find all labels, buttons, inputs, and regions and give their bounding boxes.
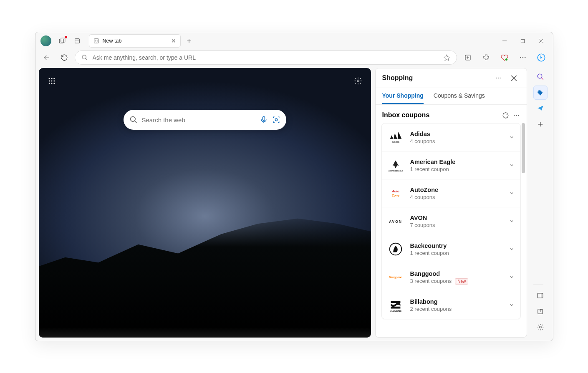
brand-logo: AVON [388,213,404,229]
refresh-coupons-icon[interactable] [502,112,509,119]
coupon-row[interactable]: Backcountry1 recent coupon [382,235,520,263]
panel-header: Shopping [376,68,527,88]
svg-rect-1 [61,38,65,42]
svg-point-32 [51,83,52,84]
brand-name: Backcountry [410,242,502,249]
maximize-button[interactable] [514,34,532,48]
svg-text:AVON: AVON [389,219,402,224]
svg-marker-49 [397,132,401,139]
svg-point-31 [48,83,50,84]
svg-point-21 [520,57,521,58]
chevron-down-icon [509,274,515,280]
web-search-bar[interactable] [124,110,286,130]
sidebar-shopping-icon[interactable] [533,86,548,100]
coupon-row[interactable]: adidasAdidas4 coupons [382,123,520,151]
svg-point-5 [95,40,96,40]
workspaces-icon[interactable] [56,34,69,48]
brand-logo: adidas [388,129,404,145]
svg-point-45 [516,115,517,116]
coupon-count: 7 coupons [410,222,502,228]
coupon-count: 1 recent coupon [410,250,502,256]
svg-point-23 [525,57,525,58]
sidebar-send-icon[interactable] [533,101,548,116]
tab-actions-icon[interactable] [71,34,84,48]
screenshot-icon[interactable] [460,50,475,65]
coupon-count: 2 recent coupons [410,306,502,312]
inbox-more-icon[interactable] [513,112,520,118]
sidebar-panel-icon[interactable] [533,288,548,302]
browser-tab[interactable]: New tab ✕ [89,34,181,48]
address-bar[interactable] [75,50,457,65]
svg-text:Zone: Zone [391,194,399,197]
svg-marker-16 [444,55,449,60]
sidebar-open-icon[interactable] [533,304,548,318]
brand-name: AutoZone [410,186,502,193]
svg-rect-57 [391,301,400,303]
content-area: Shopping Your Shopping Coupons & Savings… [35,68,553,341]
favorite-icon[interactable] [443,54,451,61]
extensions-icon[interactable] [479,50,494,65]
sidebar-add-icon[interactable] [533,117,548,131]
svg-rect-4 [94,39,98,43]
brand-name: Adidas [410,131,502,137]
coupon-row[interactable]: BILLABONGBillabong2 recent coupons [382,291,520,319]
svg-point-28 [48,81,50,82]
panel-tabs: Your Shopping Coupons & Savings [376,88,527,105]
svg-point-41 [500,78,500,78]
svg-rect-64 [538,293,543,297]
web-search-input[interactable] [142,116,255,123]
brand-logo: AutoZone [388,185,404,201]
chevron-down-icon [509,218,515,224]
new-tab-button[interactable] [182,34,196,48]
apps-launcher-icon[interactable] [45,74,59,88]
coupon-row[interactable]: BanggoodBanggood3 recent couponsNew [382,263,520,291]
panel-more-icon[interactable] [492,75,504,81]
brand-name: AVON [410,214,502,221]
coupon-row[interactable]: AutoZoneAutoZone4 coupons [382,179,520,207]
tab-your-shopping[interactable]: Your Shopping [382,92,424,104]
svg-point-6 [97,40,97,40]
back-button[interactable] [40,50,54,65]
new-badge: New [455,278,468,285]
address-input[interactable] [93,54,439,61]
coupon-list[interactable]: adidasAdidas4 couponsAMERICAN EAGLEAmeri… [376,123,527,337]
panel-close-icon[interactable] [508,75,520,81]
svg-point-60 [538,74,542,78]
coupon-count: 3 recent couponsNew [410,278,502,284]
wellness-icon[interactable] [497,50,512,65]
voice-search-icon[interactable] [260,116,268,124]
svg-point-40 [497,78,498,78]
svg-marker-47 [390,135,393,139]
svg-rect-58 [391,307,400,309]
coupon-count: 1 recent coupon [410,166,502,172]
svg-text:Banggood: Banggood [389,276,402,279]
brand-name: American Eagle [410,159,502,165]
svg-point-29 [51,81,52,82]
svg-point-34 [357,80,359,82]
minimize-button[interactable] [495,34,514,48]
profile-avatar[interactable] [40,35,51,46]
coupon-row[interactable]: AMERICAN EAGLEAmerican Eagle1 recent cou… [382,151,520,179]
sidebar-settings-icon[interactable] [533,320,548,334]
coupon-row[interactable]: AVONAVON7 coupons [382,207,520,235]
page-settings-icon[interactable] [351,74,365,88]
inbox-title: Inbox coupons [382,111,430,119]
chevron-down-icon [509,302,515,308]
bing-icon[interactable] [534,50,549,65]
svg-point-35 [130,117,135,122]
close-window-button[interactable] [532,34,550,48]
close-tab-icon[interactable]: ✕ [171,38,176,44]
svg-point-20 [505,58,507,60]
chevron-down-icon [509,162,515,168]
svg-point-46 [518,115,519,116]
refresh-button[interactable] [57,50,71,65]
svg-text:Auto: Auto [391,189,399,193]
sidebar-search-icon[interactable] [533,70,548,84]
image-search-icon[interactable] [272,116,280,124]
scrollbar-thumb[interactable] [522,123,525,173]
tab-coupons-savings[interactable]: Coupons & Savings [434,92,485,104]
svg-line-36 [134,121,136,123]
chevron-down-icon [509,190,515,196]
svg-point-22 [522,57,523,58]
more-icon[interactable] [515,50,530,65]
